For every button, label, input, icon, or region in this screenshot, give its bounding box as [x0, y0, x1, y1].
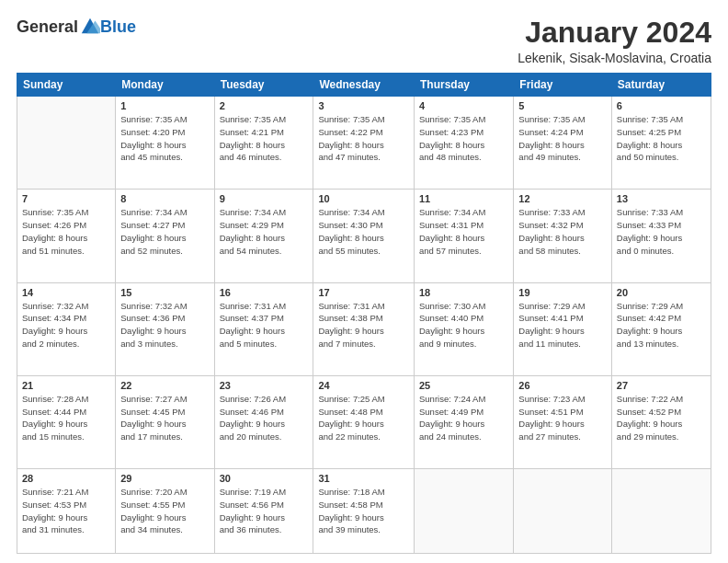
day-cell: 6Sunrise: 7:35 AMSunset: 4:25 PMDaylight… — [611, 97, 711, 190]
logo-area: General Blue — [17, 17, 136, 37]
day-info: Sunrise: 7:34 AMSunset: 4:29 PMDaylight:… — [220, 206, 309, 257]
day-cell: 20Sunrise: 7:29 AMSunset: 4:42 PMDayligh… — [611, 282, 711, 375]
location-title: Lekenik, Sisak-Moslavina, Croatia — [518, 51, 711, 65]
day-number: 13 — [617, 193, 706, 204]
day-cell: 17Sunrise: 7:31 AMSunset: 4:38 PMDayligh… — [313, 282, 415, 375]
day-info: Sunrise: 7:23 AMSunset: 4:51 PMDaylight:… — [518, 393, 607, 443]
day-number: 21 — [22, 380, 110, 391]
month-title: January 2024 — [518, 17, 711, 49]
day-number: 6 — [617, 100, 706, 111]
day-info: Sunrise: 7:27 AMSunset: 4:45 PMDaylight:… — [120, 393, 209, 443]
day-cell: 14Sunrise: 7:32 AMSunset: 4:34 PMDayligh… — [17, 282, 116, 375]
day-info: Sunrise: 7:33 AMSunset: 4:32 PMDaylight:… — [518, 206, 607, 257]
day-info: Sunrise: 7:25 AMSunset: 4:48 PMDaylight:… — [318, 393, 409, 443]
day-number: 8 — [120, 193, 209, 204]
day-number: 18 — [419, 287, 508, 298]
day-info: Sunrise: 7:26 AMSunset: 4:46 PMDaylight:… — [220, 393, 309, 443]
header-row: Sunday Monday Tuesday Wednesday Thursday… — [17, 74, 711, 97]
day-cell: 9Sunrise: 7:34 AMSunset: 4:29 PMDaylight… — [214, 190, 313, 282]
logo-general: General — [17, 17, 78, 37]
logo-blue: Blue — [100, 17, 136, 37]
day-info: Sunrise: 7:32 AMSunset: 4:34 PMDaylight:… — [22, 300, 110, 350]
day-cell: 8Sunrise: 7:34 AMSunset: 4:27 PMDaylight… — [116, 190, 214, 282]
day-number: 28 — [22, 473, 110, 484]
day-info: Sunrise: 7:29 AMSunset: 4:42 PMDaylight:… — [617, 300, 706, 350]
day-cell: 25Sunrise: 7:24 AMSunset: 4:49 PMDayligh… — [415, 375, 514, 468]
day-info: Sunrise: 7:35 AMSunset: 4:26 PMDaylight:… — [22, 206, 110, 257]
day-cell — [611, 469, 711, 554]
week-row-1: 1Sunrise: 7:35 AMSunset: 4:20 PMDaylight… — [17, 97, 711, 190]
day-number: 15 — [120, 287, 209, 298]
day-number: 25 — [419, 380, 508, 391]
day-number: 22 — [120, 380, 209, 391]
day-info: Sunrise: 7:34 AMSunset: 4:30 PMDaylight:… — [318, 206, 409, 257]
day-cell: 1Sunrise: 7:35 AMSunset: 4:20 PMDaylight… — [116, 97, 214, 190]
day-cell: 16Sunrise: 7:31 AMSunset: 4:37 PMDayligh… — [214, 282, 313, 375]
day-info: Sunrise: 7:28 AMSunset: 4:44 PMDaylight:… — [22, 393, 110, 443]
logo-icon — [80, 17, 100, 37]
col-wednesday: Wednesday — [313, 74, 415, 97]
day-cell: 22Sunrise: 7:27 AMSunset: 4:45 PMDayligh… — [116, 375, 214, 468]
day-info: Sunrise: 7:35 AMSunset: 4:22 PMDaylight:… — [318, 113, 409, 164]
day-cell: 13Sunrise: 7:33 AMSunset: 4:33 PMDayligh… — [611, 190, 711, 282]
day-cell: 7Sunrise: 7:35 AMSunset: 4:26 PMDaylight… — [17, 190, 116, 282]
week-row-4: 21Sunrise: 7:28 AMSunset: 4:44 PMDayligh… — [17, 375, 711, 468]
day-number: 1 — [120, 100, 209, 111]
day-info: Sunrise: 7:35 AMSunset: 4:23 PMDaylight:… — [419, 113, 508, 164]
day-number: 26 — [518, 380, 607, 391]
day-cell: 11Sunrise: 7:34 AMSunset: 4:31 PMDayligh… — [415, 190, 514, 282]
day-info: Sunrise: 7:35 AMSunset: 4:25 PMDaylight:… — [617, 113, 706, 164]
day-cell: 27Sunrise: 7:22 AMSunset: 4:52 PMDayligh… — [611, 375, 711, 468]
day-cell: 5Sunrise: 7:35 AMSunset: 4:24 PMDaylight… — [514, 97, 612, 190]
day-number: 10 — [318, 193, 409, 204]
day-number: 23 — [220, 380, 309, 391]
day-number: 29 — [120, 473, 209, 484]
day-cell: 12Sunrise: 7:33 AMSunset: 4:32 PMDayligh… — [514, 190, 612, 282]
day-cell: 29Sunrise: 7:20 AMSunset: 4:55 PMDayligh… — [116, 469, 214, 554]
day-number: 30 — [220, 473, 309, 484]
day-cell: 15Sunrise: 7:32 AMSunset: 4:36 PMDayligh… — [116, 282, 214, 375]
day-info: Sunrise: 7:22 AMSunset: 4:52 PMDaylight:… — [617, 393, 706, 443]
day-number: 27 — [617, 380, 706, 391]
day-cell: 21Sunrise: 7:28 AMSunset: 4:44 PMDayligh… — [17, 375, 116, 468]
day-number: 19 — [518, 287, 607, 298]
day-number: 12 — [518, 193, 607, 204]
day-info: Sunrise: 7:31 AMSunset: 4:37 PMDaylight:… — [220, 300, 309, 350]
day-info: Sunrise: 7:29 AMSunset: 4:41 PMDaylight:… — [518, 300, 607, 350]
day-info: Sunrise: 7:21 AMSunset: 4:53 PMDaylight:… — [22, 486, 110, 536]
day-number: 3 — [318, 100, 409, 111]
day-info: Sunrise: 7:24 AMSunset: 4:49 PMDaylight:… — [419, 393, 508, 443]
week-row-2: 7Sunrise: 7:35 AMSunset: 4:26 PMDaylight… — [17, 190, 711, 282]
day-info: Sunrise: 7:33 AMSunset: 4:33 PMDaylight:… — [617, 206, 706, 257]
day-info: Sunrise: 7:31 AMSunset: 4:38 PMDaylight:… — [318, 300, 409, 350]
day-cell: 3Sunrise: 7:35 AMSunset: 4:22 PMDaylight… — [313, 97, 415, 190]
week-row-3: 14Sunrise: 7:32 AMSunset: 4:34 PMDayligh… — [17, 282, 711, 375]
day-cell: 4Sunrise: 7:35 AMSunset: 4:23 PMDaylight… — [415, 97, 514, 190]
day-info: Sunrise: 7:32 AMSunset: 4:36 PMDaylight:… — [120, 300, 209, 350]
day-number: 11 — [419, 193, 508, 204]
day-info: Sunrise: 7:30 AMSunset: 4:40 PMDaylight:… — [419, 300, 508, 350]
day-cell: 18Sunrise: 7:30 AMSunset: 4:40 PMDayligh… — [415, 282, 514, 375]
page: General Blue January 2024 Lekenik, Sisak… — [0, 0, 728, 563]
day-cell: 30Sunrise: 7:19 AMSunset: 4:56 PMDayligh… — [214, 469, 313, 554]
day-cell: 31Sunrise: 7:18 AMSunset: 4:58 PMDayligh… — [313, 469, 415, 554]
day-number: 4 — [419, 100, 508, 111]
day-cell: 2Sunrise: 7:35 AMSunset: 4:21 PMDaylight… — [214, 97, 313, 190]
day-number: 5 — [518, 100, 607, 111]
day-number: 9 — [220, 193, 309, 204]
day-number: 24 — [318, 380, 409, 391]
header: General Blue January 2024 Lekenik, Sisak… — [17, 17, 711, 65]
col-friday: Friday — [514, 74, 612, 97]
day-number: 2 — [220, 100, 309, 111]
day-number: 7 — [22, 193, 110, 204]
day-info: Sunrise: 7:35 AMSunset: 4:20 PMDaylight:… — [120, 113, 209, 164]
day-cell: 23Sunrise: 7:26 AMSunset: 4:46 PMDayligh… — [214, 375, 313, 468]
day-number: 20 — [617, 287, 706, 298]
col-tuesday: Tuesday — [214, 74, 313, 97]
day-cell: 28Sunrise: 7:21 AMSunset: 4:53 PMDayligh… — [17, 469, 116, 554]
day-cell — [514, 469, 612, 554]
day-cell — [415, 469, 514, 554]
logo: General Blue — [17, 17, 136, 37]
day-number: 16 — [220, 287, 309, 298]
day-cell: 19Sunrise: 7:29 AMSunset: 4:41 PMDayligh… — [514, 282, 612, 375]
